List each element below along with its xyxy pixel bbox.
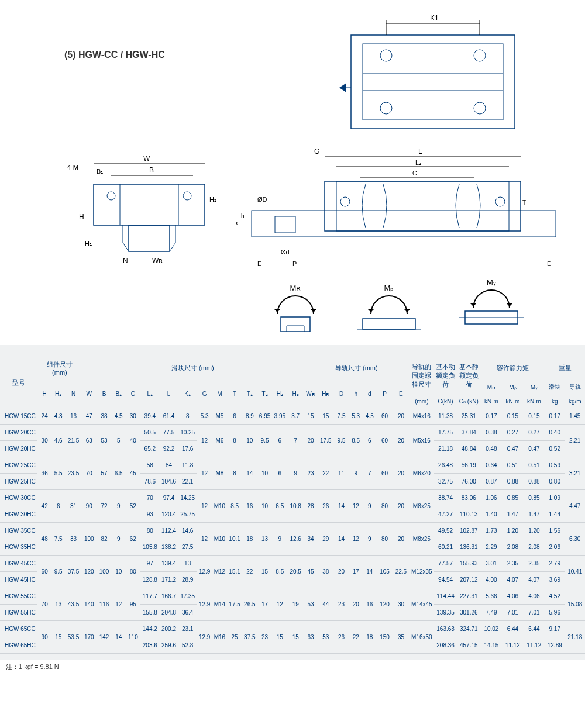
moment-mp-icon: Mₚ (354, 287, 424, 322)
svg-text:B₁: B₁ (97, 168, 103, 175)
hdr-bolt: 导轨的固定螺栓尺寸 (409, 357, 434, 395)
moment-mr-icon: Mʀ (260, 287, 331, 322)
spec-table: 型号 组件尺寸 (mm) 滑块尺寸 (mm) 导轨尺寸 (mm) 导轨的固定螺栓… (0, 357, 585, 654)
hdr-assembly: 组件尺寸 (mm) (37, 357, 81, 379)
table-row: HGW 15CC244.31647384.53039.461.485.3M568… (0, 408, 585, 425)
svg-text:Wʀ: Wʀ (152, 257, 163, 265)
hdr-moment: 容许静力矩 (481, 357, 545, 379)
svg-rect-40 (275, 216, 295, 233)
hdr-block: 滑块尺寸 (mm) (81, 357, 304, 379)
cross-section-drawing: W B B₁ 4-M H H₁ H₂ N Wʀ (53, 155, 216, 266)
footnote: 注：1 kgf = 9.81 N (0, 660, 585, 674)
hdr-dyn: 基本动额定负荷 (434, 357, 457, 395)
svg-text:T: T (522, 199, 526, 206)
svg-text:N: N (123, 257, 128, 265)
svg-text:h: h (241, 213, 245, 219)
hdr-stat: 基本静额定负荷 (457, 357, 481, 395)
svg-text:H₁: H₁ (85, 240, 92, 247)
svg-text:L₁: L₁ (415, 159, 421, 166)
table-row: HGW 20CC304.621.5635354050.577.510.2512M… (0, 425, 585, 441)
table-row: HGW 35CC487.5331008296280112.414.612M101… (0, 523, 585, 539)
svg-rect-20 (129, 225, 170, 251)
svg-rect-49 (281, 317, 310, 332)
hdr-weight: 重量 (545, 357, 585, 379)
svg-rect-19 (94, 184, 205, 225)
svg-rect-50 (363, 319, 415, 329)
svg-text:G: G (314, 149, 319, 156)
svg-rect-1 (363, 44, 503, 120)
svg-point-21 (107, 192, 115, 200)
svg-text:P: P (292, 260, 297, 267)
table-row: HGW 65CC901553.517014214110144.2200.223.… (0, 621, 585, 637)
spec-table-body: HGW 15CC244.31647384.53039.461.485.3M568… (0, 408, 585, 654)
svg-point-6 (380, 102, 392, 114)
svg-point-4 (380, 50, 392, 61)
svg-text:K1: K1 (430, 14, 439, 22)
table-row: HGW 25CC365.523.570576.545588411.812M881… (0, 457, 585, 474)
moment-my-icon: Mᵧ (456, 281, 526, 316)
svg-point-38 (495, 197, 505, 206)
svg-text:Ød: Ød (281, 249, 290, 256)
table-row: HGW 55CC701343.51401161295117.7166.717.3… (0, 588, 585, 605)
svg-point-7 (474, 102, 486, 114)
svg-text:Hʀ: Hʀ (234, 219, 238, 226)
svg-text:ØD: ØD (257, 196, 267, 203)
svg-rect-35 (325, 181, 521, 231)
table-row: HGW 30CC4263190729527097.414.2512M108.51… (0, 490, 585, 506)
svg-text:4-M: 4-M (67, 164, 78, 171)
svg-point-22 (183, 192, 191, 200)
svg-text:C: C (412, 170, 417, 177)
svg-point-5 (474, 50, 486, 61)
svg-rect-0 (351, 35, 515, 129)
svg-text:E: E (257, 260, 261, 267)
svg-text:H₂: H₂ (209, 196, 216, 203)
svg-text:B: B (149, 166, 154, 174)
svg-text:E: E (547, 260, 551, 267)
table-row: HGW 45CC609.537.5120100108097139.41312.9… (0, 556, 585, 572)
page-title: (5) HGW-CC / HGW-HC (64, 50, 165, 60)
hdr-rail: 导轨尺寸 (mm) (304, 357, 409, 379)
svg-text:H: H (79, 213, 84, 221)
svg-text:W: W (143, 155, 150, 163)
hdr-model: 型号 (0, 357, 37, 408)
svg-text:L: L (418, 149, 422, 156)
spec-table-section: 型号 组件尺寸 (mm) 滑块尺寸 (mm) 导轨尺寸 (mm) 导轨的固定螺栓… (0, 345, 585, 660)
svg-rect-39 (252, 211, 556, 237)
side-view-drawing: G L L₁ C ØD Hʀ h T Ød E P E (234, 149, 562, 272)
top-view-drawing: K1 (331, 12, 535, 134)
technical-drawings: (5) HGW-CC / HGW-HC K1 W B B₁ 4-M H H₁ H… (0, 0, 585, 345)
svg-point-37 (340, 197, 350, 206)
